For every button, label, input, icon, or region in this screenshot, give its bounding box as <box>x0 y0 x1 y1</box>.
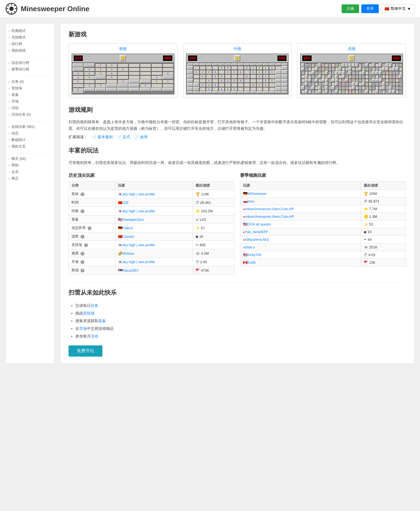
ms-cell[interactable] <box>117 75 128 79</box>
ms-cell[interactable] <box>399 67 402 71</box>
ms-cell[interactable]: 1 <box>218 87 224 91</box>
ms-cell[interactable]: 2 <box>315 71 318 75</box>
ms-cell[interactable]: 1 <box>244 74 250 78</box>
ms-cell[interactable]: 1 <box>84 67 95 71</box>
ms-cell[interactable] <box>212 79 218 83</box>
ms-cell[interactable] <box>73 92 84 93</box>
ms-cell[interactable] <box>325 82 328 86</box>
ms-cell[interactable] <box>212 91 218 93</box>
ms-cell[interactable]: 3 <box>325 75 328 78</box>
ms-cell[interactable]: 1 <box>106 75 117 79</box>
ms-cell[interactable] <box>305 79 308 82</box>
ms-cell[interactable]: 2 <box>311 82 314 86</box>
help-icon[interactable]: ? <box>81 269 84 272</box>
play-button[interactable]: 免费开玩 <box>69 345 102 357</box>
ms-cell[interactable] <box>187 63 193 66</box>
ms-cell[interactable] <box>225 83 231 87</box>
ms-cell[interactable]: 2 <box>335 63 338 67</box>
ms-cell[interactable] <box>305 82 308 86</box>
ms-cell[interactable] <box>140 67 151 71</box>
ms-cell[interactable] <box>385 67 388 71</box>
ms-cell[interactable] <box>342 67 345 71</box>
ms-cell[interactable] <box>256 63 262 66</box>
ms-cell[interactable] <box>73 63 84 67</box>
ms-cell[interactable] <box>301 90 304 93</box>
ms-cell[interactable] <box>335 90 338 93</box>
ms-cell[interactable]: 1 <box>379 82 382 86</box>
ms-cell[interactable] <box>332 79 335 82</box>
ms-cell[interactable]: 2 <box>372 75 375 78</box>
ms-cell[interactable]: 1 <box>305 63 308 67</box>
ms-cell[interactable]: 1 <box>311 90 314 93</box>
ms-cell[interactable] <box>193 74 199 78</box>
ms-cell[interactable] <box>325 63 328 67</box>
ms-cell[interactable]: 1 <box>301 71 304 75</box>
ms-cell[interactable] <box>335 82 338 86</box>
ms-cell[interactable] <box>345 79 348 82</box>
player-link[interactable]: mikan/Arenacoin,Gem,Coin,HP <box>245 207 294 211</box>
ms-cell[interactable]: 2 <box>206 83 212 87</box>
ms-cell[interactable]: 2 <box>369 86 372 90</box>
sidebar-item-classic-mode[interactable]: » 经典模式 <box>8 28 52 34</box>
ms-cell[interactable] <box>335 75 338 78</box>
ms-cell[interactable]: 1 <box>375 67 378 71</box>
ms-cell[interactable]: 2 <box>200 70 206 74</box>
player-link[interactable]: SweeperZero <box>122 218 144 222</box>
ms-cell[interactable] <box>238 63 244 66</box>
game-card-advanced[interactable]: 高级 099 🙂 000 (function() { const total =… <box>297 43 406 98</box>
ms-cell[interactable]: 2 <box>318 82 321 86</box>
player-link[interactable]: JZE <box>122 201 129 205</box>
ms-cell[interactable] <box>375 79 378 82</box>
ms-cell[interactable] <box>238 87 244 91</box>
ms-cell[interactable] <box>389 90 392 93</box>
ms-cell[interactable]: 2 <box>352 71 355 75</box>
ms-cell[interactable]: 1 <box>328 86 331 90</box>
player-link[interactable]: sky high | see-profile <box>122 209 155 213</box>
ms-cell[interactable] <box>193 87 199 91</box>
ms-cell[interactable]: 2 <box>321 90 324 93</box>
ms-cell[interactable] <box>382 90 385 93</box>
ms-cell[interactable] <box>269 83 275 87</box>
ms-cell[interactable] <box>263 91 269 93</box>
ms-cell[interactable] <box>352 86 355 90</box>
ms-cell[interactable] <box>385 75 388 78</box>
ms-cell[interactable] <box>318 63 321 67</box>
game-card-intermediate[interactable]: 中级 040 🙂 000 (function() { const pattern… <box>183 43 292 98</box>
ms-cell[interactable] <box>389 63 392 67</box>
ms-cell[interactable]: 4 <box>338 82 341 86</box>
player-link[interactable]: Courier <box>122 234 134 239</box>
sidebar-item-chat[interactable]: » 聊天 (64) <box>8 155 52 162</box>
ms-cell[interactable] <box>355 82 358 86</box>
ms-cell[interactable] <box>95 80 106 83</box>
ms-cell[interactable]: 1 <box>200 74 206 78</box>
ms-cell[interactable] <box>238 83 244 87</box>
ms-cell[interactable]: 4 <box>385 90 388 93</box>
player-link[interactable]: Yuk_nene/EFF <box>245 230 268 234</box>
ms-cell[interactable]: 3 <box>355 79 358 82</box>
ms-cell[interactable] <box>372 63 375 67</box>
ms-cell[interactable] <box>95 88 106 92</box>
ms-cell[interactable]: 1 <box>95 63 106 67</box>
ms-cell[interactable] <box>311 86 314 90</box>
sidebar-item-help[interactable]: » 帮助 <box>8 162 52 169</box>
ms-cell[interactable]: 1 <box>392 86 395 90</box>
ms-cell[interactable] <box>332 63 335 67</box>
ms-cell[interactable] <box>379 86 382 90</box>
ms-cell[interactable] <box>282 79 288 83</box>
sidebar-item-data-stats[interactable]: » 数据统计 <box>8 137 52 143</box>
ms-cell[interactable] <box>218 70 224 74</box>
ms-cell[interactable] <box>206 91 212 93</box>
ms-cell[interactable] <box>275 83 281 87</box>
ms-cell[interactable] <box>365 63 368 67</box>
ms-cell[interactable] <box>117 84 128 87</box>
ms-cell[interactable]: 3 <box>382 63 385 67</box>
ms-cell[interactable]: 1 <box>328 90 331 93</box>
ms-cell[interactable] <box>362 79 365 82</box>
ms-cell[interactable]: 2 <box>399 82 402 86</box>
ms-cell[interactable]: 4 <box>308 63 311 67</box>
ms-cell[interactable] <box>95 75 106 79</box>
ms-cell[interactable] <box>275 79 281 83</box>
help-icon[interactable]: ? <box>81 252 84 256</box>
ms-cell[interactable]: 2 <box>218 66 224 70</box>
ms-cell[interactable]: 3 <box>395 75 398 78</box>
